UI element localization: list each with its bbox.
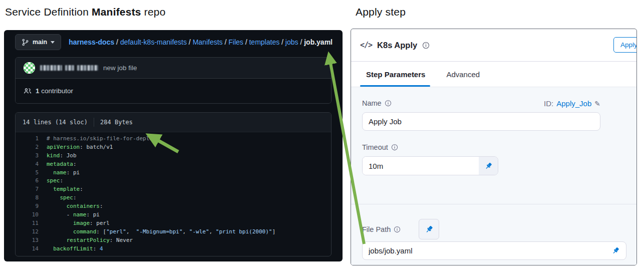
breadcrumb-segment[interactable]: default-k8s-manifests	[120, 38, 187, 46]
tab-advanced[interactable]: Advanced	[446, 70, 480, 79]
code-line: 4metadata:	[16, 160, 331, 169]
redacted-author-name	[40, 65, 98, 71]
right-heading: Apply step	[356, 6, 406, 18]
step-header: </> K8s Apply Apply	[351, 29, 636, 62]
git-branch-icon	[22, 39, 29, 46]
line-number[interactable]: 4	[16, 160, 47, 169]
timeout-label: Timeout	[362, 143, 398, 151]
divider	[94, 118, 94, 127]
file-content-box: 14 lines (14 sloc) 284 Bytes 1# harness.…	[15, 112, 332, 256]
file-path-label: File Path	[362, 225, 401, 233]
contributors-row: 1 contributor	[16, 79, 331, 103]
line-number[interactable]: 13	[16, 236, 47, 245]
code-line: 2apiVersion: batch/v1	[16, 143, 331, 152]
line-number[interactable]: 3	[16, 152, 47, 160]
step-id-row: ID: Apply_Job ✎	[544, 99, 600, 108]
timeout-field	[362, 156, 498, 175]
github-topbar: main harness-docs / default-k8s-manifest…	[4, 30, 343, 54]
apply-changes-button[interactable]: Apply	[613, 37, 637, 53]
edit-id-icon[interactable]: ✎	[594, 100, 600, 108]
code-line: 5 name: pi	[16, 169, 331, 177]
left-heading: Service Definition Manifests repo	[5, 6, 166, 18]
line-number[interactable]: 9	[16, 202, 47, 211]
line-number[interactable]: 6	[16, 177, 47, 185]
code-line: 9 containers:	[16, 202, 331, 211]
code-text: image: perl	[47, 219, 110, 228]
step-parameters-form: Name ID: Apply_Job ✎ Timeout	[351, 87, 636, 265]
code-text: # harness.io/skip-file-for-deploy	[47, 135, 156, 143]
breadcrumb-separator: /	[187, 38, 193, 46]
line-number[interactable]: 2	[16, 143, 47, 152]
breadcrumb-segment[interactable]: templates	[249, 38, 279, 46]
code-text: kind: Job	[47, 152, 77, 160]
name-input[interactable]	[362, 112, 600, 131]
line-number[interactable]: 7	[16, 185, 47, 194]
code-line: 12 command: ["perl", "-Mbignum=bpi", "-w…	[16, 228, 331, 236]
code-text: backoffLimit: 4	[47, 245, 103, 253]
id-prefix: ID:	[544, 99, 553, 108]
info-icon[interactable]	[422, 42, 430, 49]
file-size-info: 284 Bytes	[100, 119, 133, 126]
code-step-icon: </>	[360, 41, 372, 50]
code-text: spec:	[47, 194, 77, 202]
pin-icon[interactable]	[479, 157, 498, 175]
code-line: 3kind: Job	[16, 152, 331, 160]
breadcrumb-separator: /	[223, 38, 229, 46]
line-number[interactable]: 11	[16, 219, 47, 228]
breadcrumb-segment[interactable]: Manifests	[193, 38, 223, 46]
breadcrumb-separator: /	[114, 38, 120, 46]
code-text: containers:	[47, 202, 103, 211]
code-text: template:	[47, 185, 83, 194]
code-line: 14 backoffLimit: 4	[16, 245, 331, 253]
code-body: 1# harness.io/skip-file-for-deploy2apiVe…	[16, 132, 331, 253]
breadcrumb-separator: /	[279, 38, 285, 46]
screenshot-canvas: { "left": { "heading": {"prefix": "Servi…	[0, 0, 644, 269]
code-line: 10 - name: pi	[16, 211, 331, 219]
file-path-pin-button[interactable]	[419, 219, 439, 239]
file-info-bar: 14 lines (14 sloc) 284 Bytes	[16, 113, 331, 132]
code-line: 13 restartPolicy: Never	[16, 236, 331, 245]
code-text: - name: pi	[47, 211, 100, 219]
info-icon[interactable]	[394, 226, 401, 233]
github-file-panel: main harness-docs / default-k8s-manifest…	[4, 30, 343, 261]
branch-name: main	[33, 39, 47, 46]
code-line: 1# harness.io/skip-file-for-deploy	[16, 135, 331, 143]
avatar[interactable]	[24, 62, 35, 74]
breadcrumb-separator: /	[243, 38, 249, 46]
info-icon[interactable]	[391, 144, 398, 151]
name-label: Name	[362, 99, 392, 107]
line-number[interactable]: 1	[16, 135, 47, 143]
breadcrumb-segment: job.yaml	[304, 38, 333, 46]
code-line: 8 spec:	[16, 194, 331, 202]
commit-message[interactable]: new job file	[103, 64, 137, 72]
timeout-input[interactable]	[363, 157, 479, 175]
code-text: apiVersion: batch/v1	[47, 143, 113, 152]
code-text: name: pi	[47, 169, 80, 177]
code-text: command: ["perl", "-Mbignum=bpi", "-wle"…	[47, 228, 275, 236]
info-icon[interactable]	[385, 100, 392, 107]
line-number[interactable]: 12	[16, 228, 47, 236]
pin-icon[interactable]	[611, 246, 620, 255]
file-lines-info: 14 lines (14 sloc)	[23, 119, 88, 126]
step-title: K8s Apply	[377, 41, 417, 50]
code-line: 7 template:	[16, 185, 331, 194]
step-id-value[interactable]: Apply_Job	[556, 99, 591, 108]
commit-box: new job file 1 contributor	[15, 57, 332, 104]
section-divider	[351, 204, 636, 204]
contributor-count[interactable]: 1 contributor	[36, 87, 73, 95]
breadcrumb-segment[interactable]: jobs	[285, 38, 298, 46]
tab-step-parameters[interactable]: Step Parameters	[366, 70, 425, 79]
breadcrumb: harness-docs / default-k8s-manifests / M…	[69, 38, 333, 46]
k8s-apply-step-panel: </> K8s Apply Apply Step Parameters Adva…	[351, 29, 637, 265]
breadcrumb-segment[interactable]: harness-docs	[69, 38, 114, 46]
line-number[interactable]: 8	[16, 194, 47, 202]
file-path-input[interactable]	[362, 241, 626, 260]
breadcrumb-segment[interactable]: Files	[228, 38, 243, 46]
step-tabs: Step Parameters Advanced	[351, 62, 636, 87]
latest-commit-row: new job file	[16, 58, 331, 79]
line-number[interactable]: 10	[16, 211, 47, 219]
people-icon	[24, 87, 32, 95]
branch-selector-button[interactable]: main	[15, 34, 61, 50]
line-number[interactable]: 14	[16, 245, 47, 253]
line-number[interactable]: 5	[16, 169, 47, 177]
